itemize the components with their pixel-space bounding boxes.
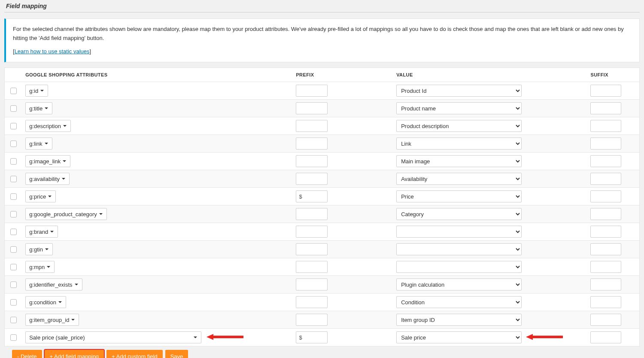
attribute-select[interactable]: g:item_group_id bbox=[25, 314, 79, 326]
attribute-select-label: g:availability bbox=[29, 176, 60, 182]
field-mapping-table: Google Shopping attributes Prefix Value … bbox=[4, 67, 640, 346]
attribute-select[interactable]: g:title bbox=[25, 102, 52, 114]
attribute-select[interactable]: g:availability bbox=[25, 173, 70, 185]
prefix-input[interactable] bbox=[296, 331, 328, 343]
prefix-input[interactable] bbox=[296, 278, 328, 291]
value-select[interactable]: Product name bbox=[396, 102, 522, 114]
add-field-mapping-button[interactable]: + Add field mapping bbox=[45, 350, 104, 358]
attribute-select[interactable]: g:google_product_category bbox=[25, 208, 107, 220]
row-checkbox[interactable] bbox=[10, 334, 17, 341]
prefix-input[interactable] bbox=[296, 102, 328, 114]
prefix-input[interactable] bbox=[296, 190, 328, 202]
prefix-input[interactable] bbox=[296, 208, 328, 220]
attribute-select-label: g:condition bbox=[29, 299, 56, 306]
value-select[interactable] bbox=[396, 243, 522, 255]
suffix-input[interactable] bbox=[590, 226, 621, 238]
suffix-input[interactable] bbox=[590, 314, 621, 326]
value-select[interactable]: Condition bbox=[396, 296, 522, 308]
attribute-select[interactable]: g:image_link bbox=[25, 155, 70, 167]
attribute-select[interactable]: g:description bbox=[25, 120, 71, 132]
attribute-select[interactable]: g:price bbox=[25, 190, 56, 202]
value-select[interactable]: Plugin calculation bbox=[396, 278, 522, 291]
prefix-input[interactable] bbox=[296, 173, 328, 185]
add-custom-field-button[interactable]: + Add custom field bbox=[106, 350, 163, 358]
delete-button[interactable]: - Delete bbox=[12, 350, 42, 358]
attribute-select[interactable]: g:brand bbox=[25, 226, 58, 238]
value-select[interactable]: Sale price bbox=[396, 331, 522, 343]
action-buttons: - Delete + Add field mapping + Add custo… bbox=[4, 350, 640, 358]
attribute-select-label: Sale price (sale_price) bbox=[29, 334, 85, 341]
prefix-input[interactable] bbox=[296, 138, 328, 150]
row-checkbox[interactable] bbox=[10, 264, 17, 270]
suffix-input[interactable] bbox=[590, 208, 621, 220]
attribute-select-label: g:description bbox=[29, 123, 61, 129]
value-select[interactable] bbox=[396, 226, 522, 238]
suffix-input[interactable] bbox=[590, 261, 621, 273]
value-select[interactable]: Main image bbox=[396, 155, 522, 167]
col-header-checkbox bbox=[5, 68, 22, 82]
suffix-input[interactable] bbox=[590, 138, 621, 150]
suffix-input[interactable] bbox=[590, 85, 621, 97]
value-select[interactable] bbox=[396, 261, 522, 273]
value-select[interactable]: Link bbox=[396, 138, 522, 150]
table-row: g:google_product_categoryCategory bbox=[5, 205, 640, 223]
col-header-prefix: Prefix bbox=[292, 68, 393, 82]
suffix-input[interactable] bbox=[590, 120, 621, 132]
attribute-select[interactable]: g:gtin bbox=[25, 243, 53, 255]
row-checkbox[interactable] bbox=[10, 158, 17, 165]
value-select[interactable]: Product Id bbox=[396, 85, 522, 97]
attribute-select[interactable]: g:identifier_exists bbox=[25, 278, 82, 291]
prefix-input[interactable] bbox=[296, 155, 328, 167]
learn-static-values-link[interactable]: Learn how to use static values bbox=[15, 48, 90, 55]
row-checkbox[interactable] bbox=[10, 317, 17, 323]
attribute-select[interactable]: g:link bbox=[25, 138, 52, 150]
prefix-input[interactable] bbox=[296, 243, 328, 255]
prefix-input[interactable] bbox=[296, 314, 328, 326]
row-checkbox[interactable] bbox=[10, 176, 17, 182]
row-checkbox[interactable] bbox=[10, 88, 17, 94]
row-checkbox[interactable] bbox=[10, 246, 17, 253]
table-row: g:gtin bbox=[5, 241, 640, 258]
table-row: g:conditionCondition bbox=[5, 294, 640, 311]
prefix-input[interactable] bbox=[296, 226, 328, 238]
suffix-input[interactable] bbox=[590, 190, 621, 202]
suffix-input[interactable] bbox=[590, 278, 621, 291]
suffix-input[interactable] bbox=[590, 173, 621, 185]
row-checkbox[interactable] bbox=[10, 193, 17, 200]
prefix-input[interactable] bbox=[296, 296, 328, 308]
value-select[interactable]: Price bbox=[396, 190, 522, 202]
row-checkbox[interactable] bbox=[10, 141, 17, 147]
prefix-input[interactable] bbox=[296, 261, 328, 273]
suffix-input[interactable] bbox=[590, 243, 621, 255]
save-button[interactable]: Save bbox=[165, 350, 188, 358]
chevron-down-icon bbox=[74, 283, 79, 286]
info-notice: For the selected channel the attributes … bbox=[4, 18, 640, 62]
row-checkbox[interactable] bbox=[10, 123, 17, 129]
row-checkbox[interactable] bbox=[10, 282, 17, 288]
value-select[interactable]: Product description bbox=[396, 120, 522, 132]
suffix-input[interactable] bbox=[590, 331, 621, 343]
row-checkbox[interactable] bbox=[10, 105, 17, 112]
value-select[interactable]: Availability bbox=[396, 173, 522, 185]
attribute-select[interactable]: g:id bbox=[25, 85, 48, 97]
attribute-select[interactable]: Sale price (sale_price) bbox=[25, 331, 201, 343]
attribute-select-label: g:item_group_id bbox=[29, 317, 69, 323]
row-checkbox[interactable] bbox=[10, 299, 17, 306]
attribute-select[interactable]: g:condition bbox=[25, 296, 66, 308]
prefix-input[interactable] bbox=[296, 85, 328, 97]
chevron-down-icon bbox=[48, 195, 52, 198]
value-select[interactable]: Item group ID bbox=[396, 314, 522, 326]
attribute-select[interactable]: g:mpn bbox=[25, 261, 55, 273]
prefix-input[interactable] bbox=[296, 120, 328, 132]
row-checkbox[interactable] bbox=[10, 229, 17, 235]
table-row: g:image_linkMain image bbox=[5, 153, 640, 170]
attribute-select-label: g:id bbox=[29, 88, 38, 94]
suffix-input[interactable] bbox=[590, 102, 621, 114]
table-row: g:titleProduct name bbox=[5, 100, 640, 117]
chevron-down-icon bbox=[193, 336, 197, 339]
suffix-input[interactable] bbox=[590, 155, 621, 167]
suffix-input[interactable] bbox=[590, 296, 621, 308]
chevron-down-icon bbox=[61, 177, 66, 181]
value-select[interactable]: Category bbox=[396, 208, 522, 220]
row-checkbox[interactable] bbox=[10, 211, 17, 217]
